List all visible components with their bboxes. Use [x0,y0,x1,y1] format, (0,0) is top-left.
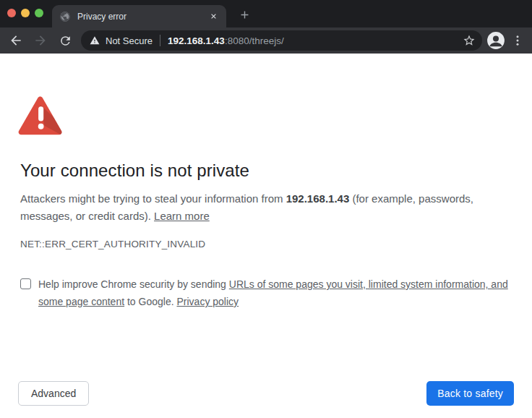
error-page: Your connection is not private Attackers… [0,54,532,418]
omnibox-divider [160,35,160,46]
url-host: 192.168.1.43 [168,35,225,46]
browser-window: Privacy error [0,0,532,418]
window-close-button[interactable] [7,9,16,17]
new-tab-button[interactable] [236,6,253,23]
tab-strip: Privacy error [0,0,532,27]
error-code: NET::ERR_CERT_AUTHORITY_INVALID [20,239,512,249]
privacy-policy-link[interactable]: Privacy policy [176,296,239,307]
back-to-safety-button[interactable]: Back to safety [426,381,514,406]
tab-title: Privacy error [77,12,207,22]
optin-middle: to Google. [124,296,176,307]
url-path: :8080/threejs/ [225,35,284,46]
tab-close-icon[interactable] [207,10,220,23]
bookmark-star-icon[interactable] [460,32,478,49]
profile-avatar[interactable] [486,31,505,50]
back-icon[interactable] [7,32,25,49]
globe-favicon-icon [59,11,71,22]
forward-icon[interactable] [32,32,49,49]
page-title: Your connection is not private [20,161,512,181]
tab-privacy-error[interactable]: Privacy error [52,5,226,27]
safe-browsing-optin-row: Help improve Chrome security by sending … [20,276,512,310]
browser-toolbar: Not Secure 192.168.1.43:8080/threejs/ [0,27,532,54]
learn-more-link[interactable]: Learn more [154,210,210,222]
url-text: 192.168.1.43:8080/threejs/ [168,35,456,46]
window-zoom-button[interactable] [35,9,43,17]
reload-icon[interactable] [56,32,74,49]
ssl-warning-triangle-icon [18,95,64,137]
address-bar[interactable]: Not Secure 192.168.1.43:8080/threejs/ [81,30,482,51]
window-minimize-button[interactable] [21,9,30,17]
action-buttons-row: Advanced Back to safety [18,381,514,406]
security-chip[interactable]: Not Secure [90,35,153,46]
error-description: Attackers might be trying to steal your … [20,190,512,225]
description-host: 192.168.1.43 [286,192,350,205]
security-chip-label: Not Secure [106,35,153,46]
window-controls [7,9,43,17]
optin-prefix: Help improve Chrome security by sending [38,278,229,290]
advanced-button[interactable]: Advanced [18,381,89,406]
description-prefix: Attackers might be trying to steal your … [20,192,286,205]
browser-menu-icon[interactable] [509,32,526,49]
not-secure-warning-icon [90,35,100,46]
optin-label: Help improve Chrome security by sending … [38,276,508,310]
optin-checkbox[interactable] [20,278,31,289]
